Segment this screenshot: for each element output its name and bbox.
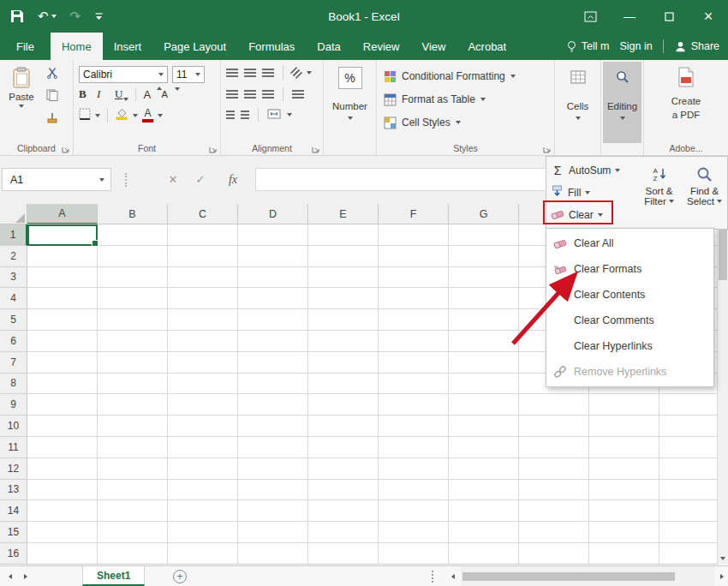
cell-D3[interactable] <box>238 267 308 289</box>
cell-E6[interactable] <box>308 331 379 352</box>
cell-H14[interactable] <box>519 500 589 522</box>
tab-view[interactable]: View <box>410 33 456 60</box>
cell-D9[interactable] <box>238 394 308 416</box>
cell-E16[interactable] <box>308 543 379 565</box>
sign-in-button[interactable]: Sign in <box>619 40 652 52</box>
column-header-E[interactable]: E <box>308 204 379 224</box>
cell-A14[interactable] <box>27 500 98 522</box>
tab-home[interactable]: Home <box>51 33 103 60</box>
tell-me-box[interactable]: Tell m <box>566 40 610 53</box>
cell-C6[interactable] <box>168 331 238 352</box>
formula-bar-splitter[interactable] <box>125 173 128 187</box>
cell-G7[interactable] <box>449 352 519 374</box>
cell-B13[interactable] <box>98 480 168 501</box>
column-header-A[interactable]: A <box>27 204 98 224</box>
row-header-5[interactable]: 5 <box>0 309 27 331</box>
column-header-B[interactable]: B <box>98 204 168 224</box>
cell-G2[interactable] <box>449 246 519 267</box>
format-painter-button[interactable] <box>46 111 58 126</box>
cut-button[interactable] <box>46 67 58 81</box>
row-header-13[interactable]: 13 <box>0 480 27 501</box>
cell-B7[interactable] <box>98 352 168 374</box>
cell-B5[interactable] <box>98 309 168 331</box>
cell-D4[interactable] <box>238 288 308 309</box>
cell-G14[interactable] <box>449 500 519 522</box>
cell-I11[interactable] <box>589 437 659 458</box>
alignment-dialog-launcher-icon[interactable] <box>312 144 320 152</box>
cell-G4[interactable] <box>449 288 519 309</box>
insert-function-button[interactable]: fx <box>219 168 247 191</box>
cell-B8[interactable] <box>98 374 168 395</box>
bold-button[interactable]: B <box>79 87 92 101</box>
tab-review[interactable]: Review <box>352 33 411 60</box>
cell-F9[interactable] <box>379 394 449 416</box>
cell-F2[interactable] <box>379 246 449 267</box>
cell-B6[interactable] <box>98 331 168 352</box>
chevron-down-icon[interactable] <box>158 114 163 117</box>
cell-F11[interactable] <box>379 437 449 458</box>
menu-item-clear-comments[interactable]: Clear Comments <box>546 308 713 333</box>
cell-G16[interactable] <box>449 543 519 565</box>
clear-button[interactable]: Clear <box>551 205 636 225</box>
cell-E1[interactable] <box>308 224 379 246</box>
horizontal-scroll-thumb[interactable] <box>462 572 675 581</box>
row-header-4[interactable]: 4 <box>0 288 27 309</box>
tab-page-layout[interactable]: Page Layout <box>152 33 237 60</box>
font-size-select[interactable]: 11 <box>172 66 205 83</box>
cell-E13[interactable] <box>308 480 379 501</box>
next-sheet-button[interactable] <box>24 574 27 579</box>
cell-D14[interactable] <box>238 500 308 522</box>
create-pdf-button[interactable] <box>677 67 695 90</box>
menu-item-clear-hyperlinks[interactable]: Clear Hyperlinks <box>546 333 713 359</box>
cell-A6[interactable] <box>27 331 98 352</box>
chevron-down-icon[interactable] <box>287 113 292 117</box>
cell-E12[interactable] <box>308 458 379 480</box>
tab-data[interactable]: Data <box>306 33 351 60</box>
cell-F12[interactable] <box>379 458 449 480</box>
fill-button[interactable]: Fill <box>551 182 636 203</box>
cell-E7[interactable] <box>308 352 379 374</box>
cell-F6[interactable] <box>379 331 449 352</box>
cell-E2[interactable] <box>308 246 379 267</box>
cell-E15[interactable] <box>308 522 379 543</box>
previous-sheet-button[interactable] <box>9 574 12 579</box>
cell-D2[interactable] <box>238 246 308 267</box>
cell-G6[interactable] <box>449 331 519 352</box>
decrease-font-size-button[interactable]: A <box>161 89 175 99</box>
vertical-scrollbar[interactable] <box>717 204 728 565</box>
customize-quick-access-toolbar-button[interactable] <box>94 12 104 21</box>
cell-C10[interactable] <box>168 416 238 437</box>
cell-C4[interactable] <box>168 288 238 309</box>
ribbon-group-cells[interactable]: Cells <box>555 60 601 155</box>
redo-button[interactable]: ↷ <box>70 9 81 24</box>
cell-D8[interactable] <box>238 374 308 395</box>
tab-file[interactable]: File <box>0 33 51 60</box>
cell-C8[interactable] <box>168 374 238 395</box>
cell-D5[interactable] <box>238 309 308 331</box>
cell-G10[interactable] <box>449 416 519 437</box>
cell-B10[interactable] <box>98 416 168 437</box>
cell-G3[interactable] <box>449 267 519 289</box>
cell-D15[interactable] <box>238 522 308 543</box>
top-align-icon[interactable] <box>226 69 238 77</box>
cell-B12[interactable] <box>98 458 168 480</box>
cell-E11[interactable] <box>308 437 379 458</box>
row-header-6[interactable]: 6 <box>0 331 27 352</box>
font-color-button[interactable]: A <box>142 109 153 123</box>
cell-H13[interactable] <box>519 480 589 501</box>
paste-button[interactable]: Paste <box>3 63 39 139</box>
row-header-7[interactable]: 7 <box>0 352 27 374</box>
maximize-button[interactable] <box>649 0 689 33</box>
cell-B15[interactable] <box>98 522 168 543</box>
name-box[interactable]: A1 <box>2 168 111 191</box>
ribbon-group-editing[interactable]: Editing <box>601 60 644 155</box>
cell-A11[interactable] <box>27 437 98 458</box>
styles-dialog-launcher-icon[interactable] <box>543 144 552 152</box>
column-header-D[interactable]: D <box>238 204 308 224</box>
cell-C11[interactable] <box>168 437 238 458</box>
tab-scrollbar-splitter[interactable] <box>432 571 435 583</box>
cell-A13[interactable] <box>27 480 98 501</box>
bottom-align-icon[interactable] <box>262 69 274 77</box>
italic-button[interactable]: I <box>97 87 110 101</box>
cell-I9[interactable] <box>589 394 659 416</box>
